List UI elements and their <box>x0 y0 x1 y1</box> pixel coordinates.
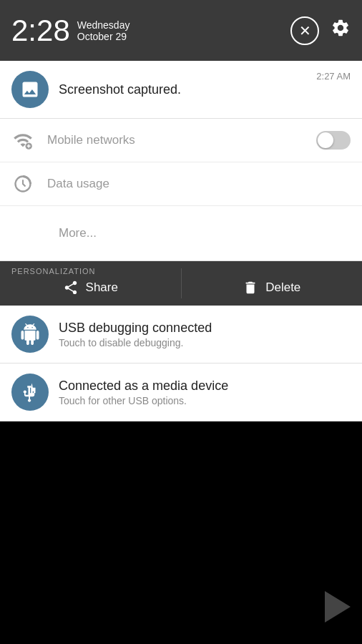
media-device-title: Connected as a media device <box>59 379 228 394</box>
personalization-label: PERSONALIZATION <box>11 267 95 275</box>
delete-label: Delete <box>265 280 300 295</box>
share-icon <box>63 280 79 296</box>
status-time: 2:28 <box>11 16 70 46</box>
usb-debugging-subtitle: Touch to disable debugging. <box>59 337 212 348</box>
media-device-notification[interactable]: Connected as a media device Touch for ot… <box>0 364 362 421</box>
status-date-text: October 29 <box>77 31 130 42</box>
status-bar: 2:28 Wednesday October 29 ✕ <box>0 0 362 61</box>
media-device-icon-circle <box>11 374 49 411</box>
mobile-networks-toggle[interactable] <box>316 131 351 150</box>
usb-debug-icon-circle <box>11 316 49 353</box>
media-device-subtitle: Touch for other USB options. <box>59 395 228 406</box>
android-icon <box>19 323 41 345</box>
screenshot-notification[interactable]: Screenshot captured. 2:27 AM <box>0 61 362 119</box>
delete-button[interactable]: Delete <box>182 270 363 306</box>
more-item[interactable]: More... <box>0 206 362 260</box>
screenshot-icon <box>20 79 40 99</box>
usb-debugging-title: USB debugging connected <box>59 321 212 336</box>
media-device-content: Connected as a media device Touch for ot… <box>59 379 228 406</box>
delete-icon <box>243 280 258 296</box>
mobile-networks-item[interactable]: Mobile networks <box>0 119 362 162</box>
settings-icon[interactable] <box>331 18 351 43</box>
close-icon: ✕ <box>299 24 311 38</box>
mobile-networks-icon <box>11 129 34 152</box>
action-bar: PERSONALIZATION Share Delete <box>0 261 362 306</box>
play-button[interactable] <box>325 591 351 623</box>
data-usage-item[interactable]: Data usage <box>0 162 362 206</box>
close-button[interactable]: ✕ <box>290 16 319 45</box>
screenshot-icon-circle <box>11 71 49 108</box>
usb-debugging-content: USB debugging connected Touch to disable… <box>59 321 212 348</box>
status-icons: ✕ <box>290 16 351 45</box>
mobile-networks-label: Mobile networks <box>47 133 316 147</box>
screenshot-time: 2:27 AM <box>316 71 351 82</box>
status-day: Wednesday <box>77 19 130 31</box>
bottom-area <box>325 591 351 623</box>
usb-icon <box>19 381 41 403</box>
share-label: Share <box>86 280 118 295</box>
data-usage-icon <box>11 172 34 195</box>
more-label: More... <box>11 216 144 250</box>
data-usage-label: Data usage <box>47 177 351 191</box>
screenshot-title: Screenshot captured. <box>59 82 351 97</box>
status-date: Wednesday October 29 <box>77 19 130 42</box>
quick-settings: Mobile networks Data usage More... <box>0 119 362 261</box>
usb-debugging-notification[interactable]: USB debugging connected Touch to disable… <box>0 306 362 364</box>
